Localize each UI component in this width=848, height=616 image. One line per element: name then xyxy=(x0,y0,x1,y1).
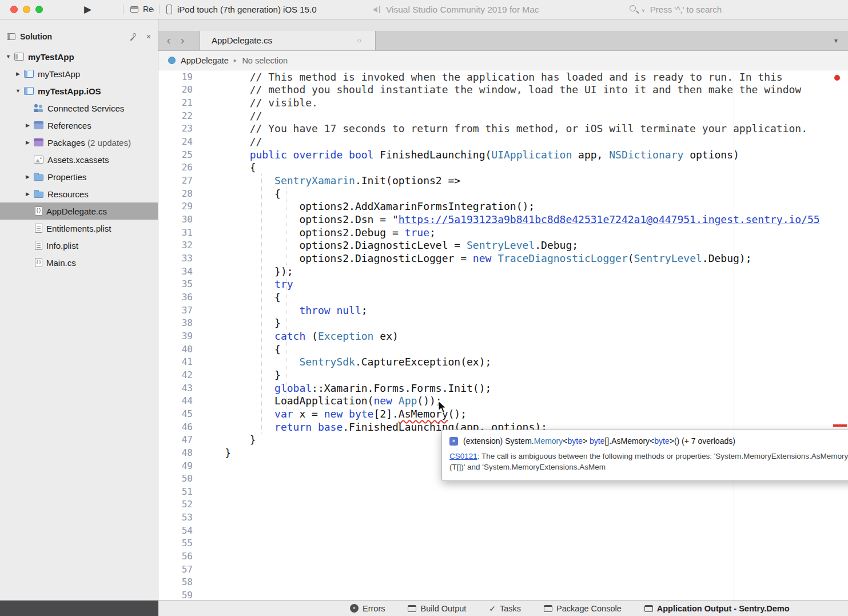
line-number[interactable]: 22 xyxy=(158,110,200,121)
line-number[interactable]: 42 xyxy=(158,369,200,380)
disclosure-right-icon[interactable]: ▶ xyxy=(23,174,33,180)
code-line-55[interactable]: 55 xyxy=(158,537,848,550)
disclosure-right-icon[interactable]: ▶ xyxy=(23,122,33,128)
code-line-37[interactable]: 37 throw null; xyxy=(158,304,848,317)
code-line-58[interactable]: 58 xyxy=(158,576,848,589)
nav-forward-button[interactable]: › xyxy=(176,31,189,50)
line-number[interactable]: 35 xyxy=(158,279,200,289)
search-field[interactable]: ∨ Press '^,' to search xyxy=(629,0,722,19)
code-line-41[interactable]: 41 SentrySdk.CaptureException(ex); xyxy=(158,355,848,368)
code-line-57[interactable]: 57 xyxy=(158,563,848,576)
code-line-20[interactable]: 20 // method you should instantiate the … xyxy=(158,84,848,97)
line-number[interactable]: 24 xyxy=(158,136,200,147)
line-number[interactable]: 31 xyxy=(158,227,200,238)
disclosure-right-icon[interactable]: ▶ xyxy=(23,140,33,145)
line-number[interactable]: 39 xyxy=(158,331,200,341)
code-line-52[interactable]: 52 xyxy=(158,498,848,511)
tab-appdelegate-cs[interactable]: AppDelegate.cs ○ xyxy=(200,31,376,50)
sidebar-item-info-plist[interactable]: Info.plist xyxy=(0,237,158,254)
line-number[interactable]: 51 xyxy=(158,486,200,497)
line-number[interactable]: 59 xyxy=(158,590,200,601)
code-line-21[interactable]: 21 // visible. xyxy=(158,96,848,109)
code-line-26[interactable]: 26 { xyxy=(158,161,848,174)
line-number[interactable]: 19 xyxy=(158,71,200,82)
line-number[interactable]: 47 xyxy=(158,434,200,445)
error-code-link[interactable]: CS0121 xyxy=(449,452,477,460)
line-number[interactable]: 57 xyxy=(158,564,200,575)
code-line-59[interactable]: 59 xyxy=(158,589,848,601)
line-number[interactable]: 37 xyxy=(158,305,200,316)
line-number[interactable]: 30 xyxy=(158,214,200,225)
breadcrumb-scope[interactable]: AppDelegate xyxy=(181,56,229,65)
line-number[interactable]: 49 xyxy=(158,460,200,471)
line-number[interactable]: 33 xyxy=(158,253,200,264)
sidebar-item-mytestapp-ios[interactable]: ▼myTestApp.iOS xyxy=(0,82,158,100)
line-number[interactable]: 54 xyxy=(158,525,200,536)
code-line-33[interactable]: 33 options2.DiagnosticLogger = new Trace… xyxy=(158,252,848,265)
code-line-39[interactable]: 39 catch (Exception ex) xyxy=(158,329,848,343)
code-line-24[interactable]: 24 // xyxy=(158,135,848,148)
code-editor[interactable]: 19 // This method is invoked when the ap… xyxy=(158,70,848,601)
line-number[interactable]: 50 xyxy=(158,473,200,484)
code-line-36[interactable]: 36 { xyxy=(158,291,848,304)
line-number[interactable]: 21 xyxy=(158,97,200,108)
minimize-window-button[interactable] xyxy=(23,6,30,13)
tab-overflow-button[interactable]: ▾ xyxy=(834,31,838,50)
code-line-54[interactable]: 54 xyxy=(158,524,848,537)
statusbar-item-build-output[interactable]: Build Output xyxy=(408,604,466,613)
pin-icon[interactable] xyxy=(129,33,137,41)
disclosure-right-icon[interactable]: ▶ xyxy=(13,71,23,77)
close-window-button[interactable] xyxy=(10,6,18,13)
sidebar-item-assets-xcassets[interactable]: Assets.xcassets xyxy=(0,151,158,168)
error-marker-line[interactable] xyxy=(833,424,847,427)
line-number[interactable]: 44 xyxy=(158,395,200,406)
disclosure-down-icon[interactable]: ▼ xyxy=(13,88,23,94)
line-number[interactable]: 20 xyxy=(158,84,200,95)
code-line-34[interactable]: 34 }); xyxy=(158,265,848,278)
line-number[interactable]: 28 xyxy=(158,188,200,199)
code-line-53[interactable]: 53 xyxy=(158,511,848,524)
code-line-51[interactable]: 51 xyxy=(158,485,848,498)
line-number[interactable]: 25 xyxy=(158,149,200,160)
code-line-31[interactable]: 31 options2.Debug = true; xyxy=(158,226,848,239)
code-line-29[interactable]: 29 options2.AddXamarinFormsIntegration()… xyxy=(158,200,848,213)
code-line-42[interactable]: 42 } xyxy=(158,368,848,381)
code-line-32[interactable]: 32 options2.DiagnosticLevel = SentryLeve… xyxy=(158,239,848,252)
disclosure-down-icon[interactable]: ▼ xyxy=(3,54,13,59)
sidebar-item-main-cs[interactable]: {}Main.cs xyxy=(0,254,158,271)
sidebar-item-connected-services[interactable]: Connected Services xyxy=(0,100,158,117)
run-button[interactable]: ▶ xyxy=(84,0,91,19)
line-number[interactable]: 56 xyxy=(158,551,200,562)
sidebar-item-packages[interactable]: ▶Packages (2 updates) xyxy=(0,134,158,151)
sidebar-item-resources[interactable]: ▶Resources xyxy=(0,185,158,202)
sidebar-item-entitlements-plist[interactable]: Entitlements.plist xyxy=(0,220,158,237)
statusbar-item-tasks[interactable]: ✓Tasks xyxy=(489,604,521,613)
line-number[interactable]: 45 xyxy=(158,408,200,419)
line-number[interactable]: 46 xyxy=(158,422,200,432)
line-number[interactable]: 52 xyxy=(158,499,200,510)
close-icon[interactable]: × xyxy=(146,33,151,41)
line-number[interactable]: 26 xyxy=(158,162,200,173)
sidebar-item-references[interactable]: ▶References xyxy=(0,117,158,134)
line-number[interactable]: 48 xyxy=(158,447,200,458)
code-line-19[interactable]: 19 // This method is invoked when the ap… xyxy=(158,70,848,84)
statusbar-item-errors[interactable]: ×Errors xyxy=(350,604,385,613)
code-line-23[interactable]: 23 // You have 17 seconds to return from… xyxy=(158,122,848,136)
statusbar-item-application-output-sentry-demo[interactable]: Application Output - Sentry.Demo xyxy=(644,604,790,613)
line-number[interactable]: 34 xyxy=(158,266,200,277)
line-number[interactable]: 43 xyxy=(158,383,200,394)
line-number[interactable]: 32 xyxy=(158,240,200,251)
tab-modified-icon[interactable]: ○ xyxy=(357,31,361,50)
line-number[interactable]: 40 xyxy=(158,344,200,355)
code-line-45[interactable]: 45 var x = new byte[2].AsMemory(); xyxy=(158,407,848,420)
disclosure-right-icon[interactable]: ▶ xyxy=(23,191,33,197)
line-number[interactable]: 36 xyxy=(158,292,200,303)
code-line-28[interactable]: 28 { xyxy=(158,187,848,200)
line-number[interactable]: 38 xyxy=(158,317,200,328)
statusbar-item-package-console[interactable]: Package Console xyxy=(544,604,622,613)
code-line-35[interactable]: 35 try xyxy=(158,278,848,291)
line-number[interactable]: 58 xyxy=(158,577,200,587)
code-line-25[interactable]: 25 public override bool FinishedLaunchin… xyxy=(158,148,848,161)
line-number[interactable]: 27 xyxy=(158,175,200,186)
line-number[interactable]: 41 xyxy=(158,356,200,367)
